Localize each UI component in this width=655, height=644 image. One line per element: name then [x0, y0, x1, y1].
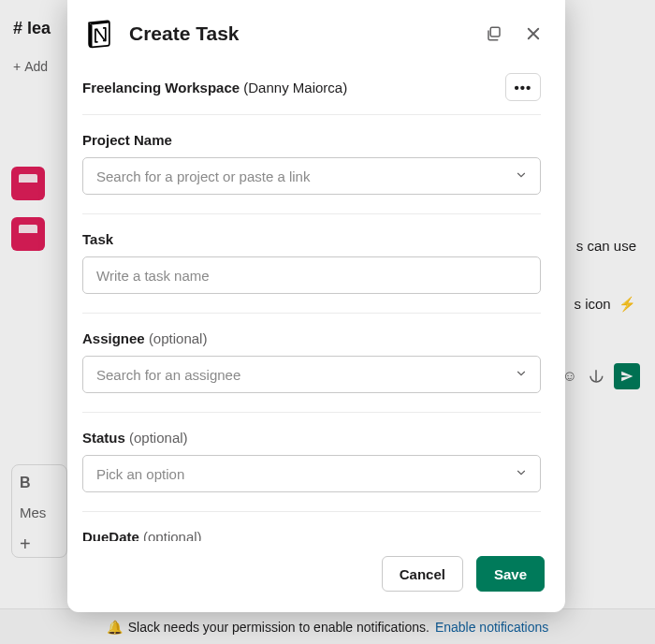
- modal-footer: Cancel Save: [67, 541, 565, 612]
- close-icon[interactable]: [522, 22, 545, 45]
- assignee-field: Assignee (optional): [82, 313, 541, 412]
- project-name-label: Project Name: [82, 132, 541, 148]
- create-task-modal: Create Task Freelan: [67, 0, 565, 612]
- cancel-button[interactable]: Cancel: [382, 556, 463, 592]
- assignee-label: Assignee (optional): [82, 330, 541, 346]
- modal-backdrop: Create Task Freelan: [0, 0, 655, 644]
- modal-header: Create Task: [67, 0, 565, 64]
- assignee-input[interactable]: [82, 356, 541, 393]
- duedate-field: DueDate (optional): [82, 511, 541, 541]
- modal-title: Create Task: [129, 22, 470, 45]
- task-field: Task: [82, 213, 541, 313]
- svg-rect-0: [490, 27, 500, 37]
- project-name-input[interactable]: [82, 157, 541, 195]
- project-name-field: Project Name: [82, 114, 541, 213]
- workspace-row: Freelancing Workspace (Danny Maiorca) ••…: [82, 64, 541, 114]
- modal-body: Freelancing Workspace (Danny Maiorca) ••…: [67, 64, 561, 541]
- workspace-label: Freelancing Workspace (Danny Maiorca): [82, 80, 347, 95]
- expand-icon[interactable]: [483, 22, 505, 45]
- more-button[interactable]: •••: [505, 73, 541, 101]
- status-label: Status (optional): [82, 430, 541, 446]
- task-input[interactable]: [82, 256, 541, 294]
- save-button[interactable]: Save: [476, 556, 545, 592]
- status-field: Status (optional): [82, 412, 541, 511]
- duedate-label: DueDate (optional): [82, 529, 541, 541]
- notion-icon: [82, 17, 116, 51]
- status-input[interactable]: [82, 455, 541, 492]
- task-label: Task: [82, 231, 541, 247]
